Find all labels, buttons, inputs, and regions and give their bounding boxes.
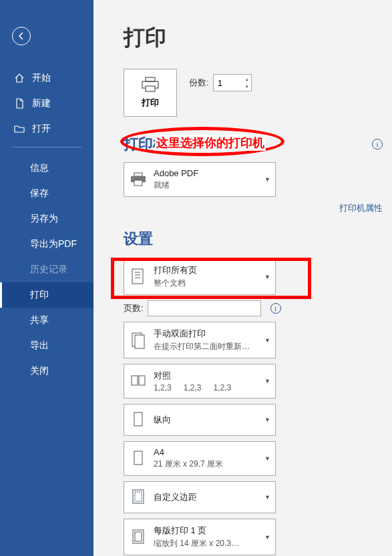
svg-rect-15: [134, 412, 142, 426]
print-range-dropdown[interactable]: 打印所有页 整个文档 ▼: [124, 258, 276, 295]
orientation-portrait-icon: [128, 410, 148, 430]
print-button-label: 打印: [142, 97, 159, 109]
sidebar-item-label: 另存为: [30, 213, 58, 225]
svg-rect-20: [135, 532, 142, 541]
sidebar-item-share[interactable]: 共享: [0, 308, 93, 333]
chevron-down-icon: ▼: [264, 337, 271, 344]
svg-rect-13: [132, 376, 138, 385]
svg-rect-3: [134, 173, 142, 176]
orientation-dropdown[interactable]: 纵向 ▼: [124, 404, 276, 436]
settings-heading: 设置: [124, 229, 153, 249]
arrow-left-icon: [17, 31, 26, 41]
collate-title: 对照: [154, 370, 264, 382]
page-title: 打印: [124, 23, 392, 53]
pages-per-sheet-title: 每版打印 1 页: [154, 525, 264, 537]
sidebar-item-label: 打印: [30, 289, 49, 301]
svg-rect-2: [146, 86, 155, 91]
home-icon: [13, 72, 25, 84]
printer-status: 就绪: [154, 180, 264, 191]
paper-size-sub: 21 厘米 x 29.7 厘米: [154, 459, 264, 470]
print-range-sub: 整个文档: [154, 278, 264, 289]
paper-size-icon: [128, 449, 148, 469]
duplex-title: 手动双面打印: [154, 328, 264, 340]
sidebar-item-label: 历史记录: [30, 264, 67, 276]
chevron-down-icon: ▼: [264, 494, 271, 501]
chevron-down-icon: ▼: [264, 176, 271, 183]
sidebar-item-saveas[interactable]: 另存为: [0, 206, 93, 232]
back-button[interactable]: [12, 27, 31, 45]
orientation-title: 纵向: [154, 414, 264, 426]
pages-per-sheet-sub: 缩放到 14 厘米 x 20.3…: [154, 538, 264, 549]
print-button[interactable]: 打印: [124, 69, 177, 117]
margins-title: 自定义边距: [154, 491, 264, 503]
paper-size-title: A4: [154, 447, 264, 457]
sidebar-item-exportpdf[interactable]: 导出为PDF: [0, 232, 93, 257]
duplex-sub: 在提示打印第二面时重新…: [154, 341, 264, 352]
copies-label: 份数:: [189, 77, 209, 89]
sidebar-item-info[interactable]: 信息: [0, 156, 93, 181]
margins-icon: [128, 487, 148, 507]
collate-icon: [128, 371, 148, 391]
svg-rect-16: [134, 451, 142, 465]
duplex-icon: [128, 330, 148, 350]
new-doc-icon: [13, 97, 25, 109]
pages-label: 页数:: [124, 302, 144, 314]
sidebar-item-label: 新建: [32, 97, 51, 109]
svg-rect-12: [135, 335, 144, 348]
sidebar-item-label: 共享: [30, 314, 49, 326]
print-range-title: 打印所有页: [154, 264, 264, 276]
svg-point-6: [133, 178, 135, 180]
svg-rect-14: [139, 376, 145, 385]
pages-per-sheet-icon: [128, 527, 148, 547]
printer-properties-link[interactable]: 打印机属性: [124, 202, 383, 214]
sidebar-item-home[interactable]: 开始: [0, 65, 93, 91]
sidebar-item-label: 保存: [30, 188, 49, 200]
printer-name: Adobe PDF: [154, 168, 264, 178]
svg-rect-5: [134, 180, 142, 186]
chevron-down-icon: ▼: [264, 455, 271, 462]
copies-up-button[interactable]: ▲: [244, 75, 250, 83]
printer-info-icon[interactable]: i: [372, 139, 383, 150]
sidebar-item-close[interactable]: 关闭: [0, 358, 93, 384]
pages-icon: [128, 267, 148, 287]
sidebar-divider: [12, 147, 81, 148]
margins-dropdown[interactable]: 自定义边距 ▼: [124, 481, 276, 513]
paper-size-dropdown[interactable]: A4 21 厘米 x 29.7 厘米 ▼: [124, 441, 276, 476]
svg-rect-0: [146, 77, 155, 81]
duplex-dropdown[interactable]: 手动双面打印 在提示打印第二面时重新… ▼: [124, 322, 276, 358]
sidebar-item-label: 开始: [32, 72, 51, 84]
sidebar-item-label: 导出为PDF: [30, 238, 77, 250]
sidebar-item-print[interactable]: 打印: [0, 282, 93, 308]
sidebar-item-export[interactable]: 导出: [0, 333, 93, 358]
chevron-down-icon: ▼: [264, 274, 271, 280]
sidebar-item-save[interactable]: 保存: [0, 181, 93, 206]
svg-rect-18: [135, 492, 142, 501]
sidebar-item-open[interactable]: 打开: [0, 116, 93, 142]
sidebar-item-history: 历史记录: [0, 257, 93, 282]
chevron-down-icon: ▼: [264, 416, 271, 423]
svg-rect-7: [132, 269, 143, 284]
chevron-down-icon: ▼: [264, 534, 271, 541]
sidebar-item-new[interactable]: 新建: [0, 91, 93, 116]
copies-down-button[interactable]: ▼: [244, 83, 250, 90]
sidebar-item-label: 导出: [30, 340, 49, 352]
sidebar-item-label: 打开: [32, 123, 51, 135]
printer-heading: 打印机: [124, 134, 168, 154]
collate-sub: 1,2,31,2,31,2,3: [154, 383, 264, 392]
printer-icon: [140, 77, 160, 93]
folder-open-icon: [13, 123, 25, 135]
sidebar-item-label: 信息: [30, 162, 49, 174]
pages-info-icon[interactable]: i: [270, 303, 281, 314]
pages-input[interactable]: [148, 300, 261, 316]
printer-select-dropdown[interactable]: Adobe PDF 就绪 ▼: [124, 162, 276, 197]
pages-per-sheet-dropdown[interactable]: 每版打印 1 页 缩放到 14 厘米 x 20.3… ▼: [124, 519, 276, 555]
collate-dropdown[interactable]: 对照 1,2,31,2,31,2,3 ▼: [124, 364, 276, 398]
chevron-down-icon: ▼: [264, 378, 271, 384]
sidebar-item-label: 关闭: [30, 365, 49, 377]
printer-device-icon: [128, 170, 148, 190]
